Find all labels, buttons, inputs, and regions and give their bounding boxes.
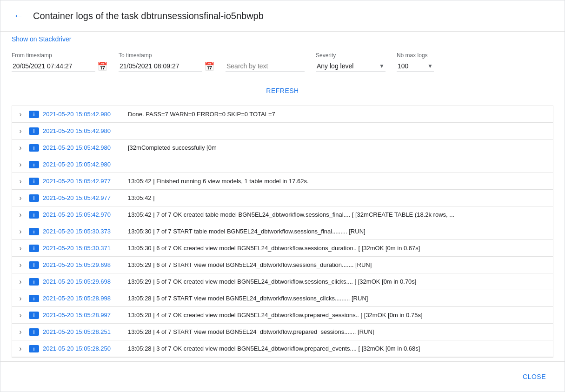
info-badge: i <box>29 144 39 152</box>
log-message: 13:05:42 | Finished running 6 view model… <box>128 178 549 185</box>
page-title: Container logs of the task dbtrunsession… <box>33 11 264 21</box>
log-timestamp[interactable]: 2021-05-20 15:05:42.977 <box>43 178 124 185</box>
expand-button[interactable]: › <box>16 127 25 135</box>
log-timestamp[interactable]: 2021-05-20 15:05:28.997 <box>43 312 124 319</box>
info-badge: i <box>29 345 39 352</box>
log-timestamp[interactable]: 2021-05-20 15:05:42.977 <box>43 194 124 201</box>
log-message: 13:05:28 | 3 of 7 OK created view model … <box>128 345 549 352</box>
footer: CLOSE <box>0 361 565 392</box>
nb-max-logs-dropdown-icon: ▼ <box>427 63 433 69</box>
table-row: › i 2021-05-20 15:05:42.980 Done. PASS=7… <box>12 106 553 123</box>
expand-button[interactable]: › <box>16 328 25 336</box>
info-badge: i <box>29 261 39 269</box>
table-row: › i 2021-05-20 15:05:30.373 13:05:30 | 7… <box>12 223 553 240</box>
log-timestamp[interactable]: 2021-05-20 15:05:29.698 <box>43 261 124 268</box>
log-message: 13:05:42 | <box>128 194 549 201</box>
from-calendar-icon[interactable]: 📅 <box>97 61 107 72</box>
log-timestamp[interactable]: 2021-05-20 15:05:30.371 <box>43 245 124 252</box>
to-timestamp-wrapper: 📅 <box>119 60 214 72</box>
severity-select-wrapper: Any log level DEBUG INFO WARNING ERROR C… <box>316 60 386 72</box>
to-timestamp-input[interactable] <box>119 60 202 72</box>
expand-button[interactable]: › <box>16 160 25 169</box>
expand-button[interactable]: › <box>16 110 25 119</box>
info-badge: i <box>29 178 39 185</box>
log-message: 13:05:42 | 7 of 7 OK created table model… <box>128 211 549 218</box>
expand-button[interactable]: › <box>16 211 25 219</box>
info-badge: i <box>29 161 39 168</box>
table-row: › i 2021-05-20 15:05:30.371 13:05:30 | 6… <box>12 240 553 257</box>
refresh-button[interactable]: REFRESH <box>259 83 306 98</box>
info-badge: i <box>29 295 39 302</box>
log-message: [32mCompleted successfully [0m <box>128 144 549 151</box>
table-row: › i 2021-05-20 15:05:28.251 13:05:28 | 4… <box>12 324 553 340</box>
log-message: 13:05:29 | 5 of 7 OK created view model … <box>128 278 549 285</box>
expand-button[interactable]: › <box>16 261 25 269</box>
log-timestamp[interactable]: 2021-05-20 15:05:28.998 <box>43 295 124 302</box>
info-badge: i <box>29 194 39 202</box>
expand-button[interactable]: › <box>16 294 25 303</box>
info-badge: i <box>29 228 39 235</box>
stackdriver-link[interactable]: Show on Stackdriver <box>0 32 565 48</box>
log-timestamp[interactable]: 2021-05-20 15:05:42.980 <box>43 161 124 168</box>
expand-button[interactable]: › <box>16 311 25 319</box>
from-timestamp-wrapper: 📅 <box>12 60 107 72</box>
expand-button[interactable]: › <box>16 345 25 353</box>
info-badge: i <box>29 278 39 286</box>
to-timestamp-group: To timestamp 📅 <box>119 52 214 72</box>
back-button[interactable]: ← <box>12 8 26 24</box>
logs-table: › i 2021-05-20 15:05:42.980 Done. PASS=7… <box>12 106 553 358</box>
refresh-row: REFRESH <box>0 80 565 106</box>
from-timestamp-label: From timestamp <box>12 52 107 59</box>
log-message: 13:05:29 | 6 of 7 START view model BGN5E… <box>128 261 549 268</box>
table-row: › i 2021-05-20 15:05:29.698 13:05:29 | 5… <box>12 273 553 290</box>
log-timestamp[interactable]: 2021-05-20 15:05:28.251 <box>43 328 124 335</box>
log-timestamp[interactable]: 2021-05-20 15:05:42.980 <box>43 111 124 118</box>
expand-button[interactable]: › <box>16 244 25 252</box>
expand-button[interactable]: › <box>16 227 25 236</box>
log-timestamp[interactable]: 2021-05-20 15:05:42.980 <box>43 127 124 134</box>
log-message: 13:05:30 | 6 of 7 OK created view model … <box>128 245 549 252</box>
severity-dropdown-icon: ▼ <box>379 63 385 69</box>
log-message: 13:05:30 | 7 of 7 START table model BGN5… <box>128 228 549 235</box>
log-message: 13:05:28 | 5 of 7 START view model BGN5E… <box>128 295 549 302</box>
nb-max-logs-label: Nb max logs <box>397 52 434 59</box>
from-timestamp-input[interactable] <box>12 60 95 72</box>
log-timestamp[interactable]: 2021-05-20 15:05:42.980 <box>43 144 124 151</box>
filters-row: From timestamp 📅 To timestamp 📅 Search S… <box>0 48 565 80</box>
from-timestamp-group: From timestamp 📅 <box>12 52 107 72</box>
severity-label: Severity <box>316 52 386 59</box>
table-row: › i 2021-05-20 15:05:28.998 13:05:28 | 5… <box>12 290 553 307</box>
log-timestamp[interactable]: 2021-05-20 15:05:29.698 <box>43 278 124 285</box>
log-message: 13:05:28 | 4 of 7 START view model BGN5E… <box>128 328 549 335</box>
expand-button[interactable]: › <box>16 278 25 286</box>
close-button[interactable]: CLOSE <box>515 369 553 384</box>
severity-select[interactable]: Any log level DEBUG INFO WARNING ERROR C… <box>317 62 377 70</box>
log-timestamp[interactable]: 2021-05-20 15:05:30.373 <box>43 228 124 235</box>
nb-max-logs-select[interactable]: 100 200 500 1000 <box>398 62 425 70</box>
log-message: Done. PASS=7 WARN=0 ERROR=0 SKIP=0 TOTAL… <box>128 111 549 118</box>
table-row: › i 2021-05-20 15:05:42.980 <box>12 123 553 140</box>
info-badge: i <box>29 328 39 336</box>
log-timestamp[interactable]: 2021-05-20 15:05:28.250 <box>43 345 124 352</box>
table-row: › i 2021-05-20 15:05:28.997 13:05:28 | 4… <box>12 307 553 324</box>
search-input[interactable] <box>226 60 305 72</box>
expand-button[interactable]: › <box>16 177 25 186</box>
log-message: 13:05:28 | 4 of 7 OK created view model … <box>128 312 549 319</box>
table-row: › i 2021-05-20 15:05:42.977 13:05:42 | <box>12 190 553 206</box>
table-row: › i 2021-05-20 15:05:42.970 13:05:42 | 7… <box>12 206 553 223</box>
info-badge: i <box>29 211 39 219</box>
info-badge: i <box>29 312 39 319</box>
search-group: Search <box>226 52 305 72</box>
table-row: › i 2021-05-20 15:05:42.980 [32mComplete… <box>12 140 553 156</box>
back-icon: ← <box>13 10 24 22</box>
to-calendar-icon[interactable]: 📅 <box>204 61 214 72</box>
nb-max-logs-select-wrapper: 100 200 500 1000 ▼ <box>397 60 434 72</box>
expand-button[interactable]: › <box>16 144 25 152</box>
severity-group: Severity Any log level DEBUG INFO WARNIN… <box>316 52 386 72</box>
nb-max-logs-group: Nb max logs 100 200 500 1000 ▼ <box>397 52 434 72</box>
to-timestamp-label: To timestamp <box>119 52 214 59</box>
expand-button[interactable]: › <box>16 194 25 202</box>
table-row: › i 2021-05-20 15:05:29.698 13:05:29 | 6… <box>12 257 553 273</box>
log-timestamp[interactable]: 2021-05-20 15:05:42.970 <box>43 211 124 218</box>
table-row: › i 2021-05-20 15:05:42.977 13:05:42 | F… <box>12 173 553 190</box>
